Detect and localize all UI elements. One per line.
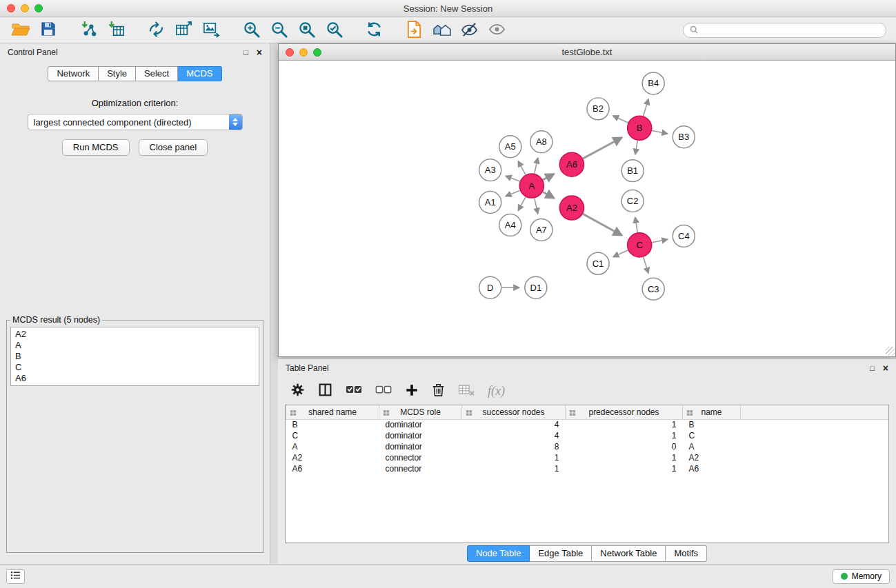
result-item[interactable]: C (11, 362, 259, 373)
first-neighbors-button[interactable] (403, 20, 425, 41)
graph-edge-A-A5[interactable] (518, 161, 526, 175)
result-item[interactable]: B (11, 351, 259, 362)
new-network-from-table-button[interactable] (172, 20, 195, 41)
column-header-successor-nodes[interactable]: successor nodes (462, 405, 566, 419)
graph-node-D1[interactable]: D1 (525, 276, 547, 298)
graph-node-A4[interactable]: A4 (499, 214, 521, 236)
column-header-predecessor-nodes[interactable]: predecessor nodes (566, 405, 683, 419)
graph-node-A8[interactable]: A8 (530, 131, 552, 153)
table-cell[interactable]: dominator (379, 430, 462, 441)
tab-node-table[interactable]: Node Table (467, 545, 530, 562)
graph-edge-A6-B[interactable] (583, 138, 621, 159)
tab-network-table[interactable]: Network Table (592, 545, 666, 562)
network-graph[interactable]: B4B2BB3A5A8A6B1A3AC2A1A2A4A7C4CC1C3DD1 (279, 61, 895, 356)
graph-edge-A-A7[interactable] (535, 199, 538, 214)
deselect-all-button[interactable] (375, 384, 392, 398)
graph-edge-C-C1[interactable] (613, 250, 628, 257)
close-panel-button[interactable]: × (257, 48, 262, 57)
search-input[interactable] (702, 25, 879, 36)
network-view[interactable]: B4B2BB3A5A8A6B1A3AC2A1A2A4A7C4CC1C3DD1 (279, 61, 895, 356)
graph-edge-A-A8[interactable] (535, 158, 538, 173)
column-header-MCDS-role[interactable]: MCDS role (379, 405, 462, 419)
table-row[interactable]: Adominator80A (286, 441, 889, 452)
run-mcds-button[interactable]: Run MCDS (62, 139, 130, 156)
table-cell[interactable]: A (683, 441, 741, 452)
network-close-button[interactable] (286, 48, 294, 57)
add-column-button[interactable] (405, 383, 419, 399)
table-row[interactable]: A6connector11A6 (286, 463, 889, 474)
table-cell[interactable]: A2 (286, 452, 379, 463)
table-cell[interactable]: connector (379, 463, 462, 474)
graph-node-B3[interactable]: B3 (673, 126, 695, 148)
close-panel-action-button[interactable]: Close panel (139, 139, 208, 156)
float-table-panel-button[interactable]: □ (870, 365, 875, 372)
graph-node-A7[interactable]: A7 (530, 219, 552, 241)
table-cell[interactable]: C (683, 430, 741, 441)
table-cell[interactable]: A6 (286, 463, 379, 474)
criterion-select[interactable]: largest connected component (directed) (28, 114, 243, 130)
open-file-button[interactable] (10, 20, 32, 41)
result-item[interactable]: A (11, 340, 259, 351)
hide-graphics-button[interactable] (458, 20, 480, 41)
graph-edge-A2-C[interactable] (583, 214, 621, 235)
table-cell[interactable]: dominator (379, 441, 462, 452)
delete-columns-button[interactable] (432, 383, 445, 399)
table-row[interactable]: Bdominator41B (286, 419, 889, 430)
minimize-window-button[interactable] (21, 4, 29, 12)
close-window-button[interactable] (7, 4, 15, 12)
table-cell[interactable]: 1 (462, 452, 566, 463)
graph-edge-B-B3[interactable] (652, 130, 667, 133)
tab-select[interactable]: Select (136, 66, 178, 81)
result-item[interactable]: A2 (11, 329, 259, 340)
network-minimize-button[interactable] (299, 48, 308, 57)
search-box[interactable] (683, 23, 886, 38)
float-panel-button[interactable]: □ (243, 49, 248, 57)
graph-node-B1[interactable]: B1 (621, 160, 644, 182)
table-cell[interactable]: B (286, 419, 379, 430)
zoom-selected-button[interactable] (323, 20, 345, 41)
graph-node-C3[interactable]: C3 (642, 278, 664, 300)
window-resize-grip[interactable] (886, 347, 895, 356)
graph-node-C4[interactable]: C4 (673, 225, 695, 247)
graph-node-C2[interactable]: C2 (621, 190, 644, 212)
table-cell[interactable]: connector (379, 452, 462, 463)
column-header-shared-name[interactable]: shared name (286, 405, 379, 419)
graph-node-B[interactable]: B (628, 116, 652, 140)
network-cycle-button[interactable] (145, 20, 167, 41)
table-cell[interactable]: 4 (462, 430, 566, 441)
result-item[interactable]: A6 (11, 373, 259, 384)
graph-node-A2[interactable]: A2 (559, 196, 584, 220)
graph-node-A[interactable]: A (519, 174, 544, 198)
table-cell[interactable]: B (683, 419, 741, 430)
graph-edge-C-C2[interactable] (635, 217, 637, 232)
import-network-button[interactable] (77, 20, 99, 41)
close-table-panel-button[interactable]: × (883, 363, 888, 373)
maximize-window-button[interactable] (34, 4, 43, 12)
tab-style[interactable]: Style (99, 66, 136, 81)
select-all-button[interactable] (346, 384, 362, 398)
refresh-button[interactable] (363, 20, 385, 41)
toggle-columns-button[interactable] (318, 383, 332, 399)
network-window-titlebar[interactable]: testGlobe.txt (279, 44, 895, 61)
save-session-button[interactable] (37, 20, 59, 41)
memory-button[interactable]: Memory (833, 569, 890, 584)
graph-node-D[interactable]: D (479, 276, 501, 298)
table-settings-button[interactable] (290, 383, 305, 399)
tab-mcds[interactable]: MCDS (178, 66, 221, 81)
table-cell[interactable]: C (286, 430, 379, 441)
zoom-out-button[interactable] (268, 20, 290, 41)
graph-node-A5[interactable]: A5 (499, 136, 521, 158)
export-image-button[interactable] (200, 20, 222, 41)
zoom-in-button[interactable] (240, 20, 262, 41)
graph-edge-A-A2[interactable] (543, 192, 554, 198)
show-graphics-details-button[interactable] (486, 20, 508, 41)
table-row[interactable]: Cdominator41C (286, 430, 889, 441)
table-cell[interactable]: 1 (566, 419, 683, 430)
table-cell[interactable]: dominator (379, 419, 462, 430)
graph-edge-A-A3[interactable] (506, 176, 519, 181)
snapshots-button[interactable] (430, 20, 452, 41)
graph-node-A3[interactable]: A3 (479, 159, 501, 181)
graph-node-C1[interactable]: C1 (587, 252, 609, 274)
table-cell[interactable]: 4 (462, 419, 566, 430)
table-cell[interactable]: 1 (566, 430, 683, 441)
